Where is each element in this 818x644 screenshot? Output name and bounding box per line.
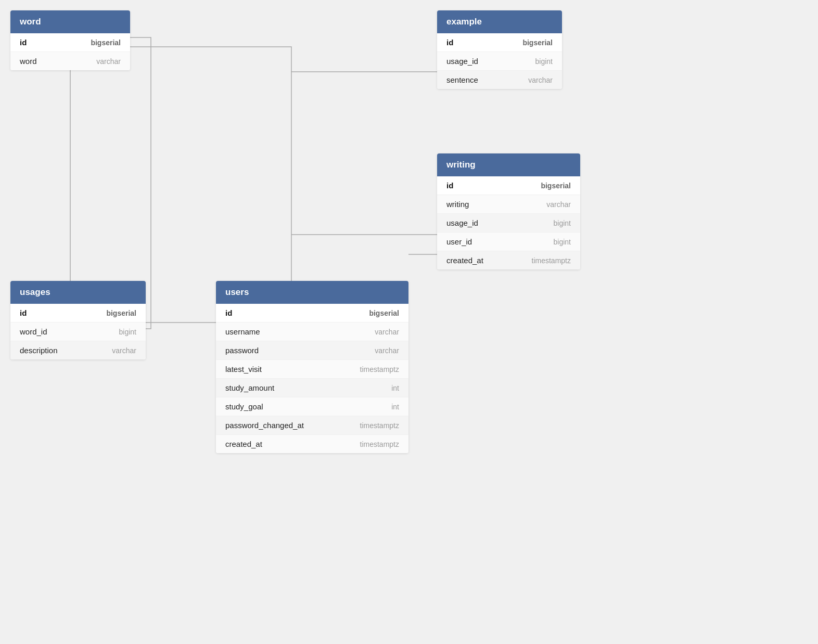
table-row: study_amount int	[216, 379, 408, 397]
table-row: id bigserial	[437, 33, 562, 52]
table-row: sentence varchar	[437, 71, 562, 89]
table-row: usage_id bigint	[437, 52, 562, 71]
table-word: word id bigserial word varchar	[10, 10, 130, 70]
table-row: word varchar	[10, 52, 130, 70]
table-row: word_id bigint	[10, 323, 146, 341]
table-example: example id bigserial usage_id bigint sen…	[437, 10, 562, 89]
table-row: writing varchar	[437, 195, 580, 214]
table-word-header: word	[10, 10, 130, 33]
table-row: description varchar	[10, 341, 146, 359]
table-row: password varchar	[216, 341, 408, 360]
table-row: password_changed_at timestamptz	[216, 416, 408, 435]
diagram-canvas: word id bigserial word varchar usages id…	[0, 0, 818, 644]
table-writing: writing id bigserial writing varchar usa…	[437, 153, 580, 269]
table-example-header: example	[437, 10, 562, 33]
table-writing-header: writing	[437, 153, 580, 176]
table-usages-header: usages	[10, 281, 146, 304]
table-row: user_id bigint	[437, 233, 580, 251]
table-row: study_goal int	[216, 397, 408, 416]
table-users-header: users	[216, 281, 408, 304]
table-users: users id bigserial username varchar pass…	[216, 281, 408, 453]
table-row: id bigserial	[10, 33, 130, 52]
table-row: id bigserial	[216, 304, 408, 323]
table-row: id bigserial	[10, 304, 146, 323]
table-row: created_at timestamptz	[216, 435, 408, 453]
table-row: usage_id bigint	[437, 214, 580, 233]
table-row: username varchar	[216, 323, 408, 341]
table-usages: usages id bigserial word_id bigint descr…	[10, 281, 146, 359]
table-row: id bigserial	[437, 176, 580, 195]
table-row: latest_visit timestamptz	[216, 360, 408, 379]
table-row: created_at timestamptz	[437, 251, 580, 269]
